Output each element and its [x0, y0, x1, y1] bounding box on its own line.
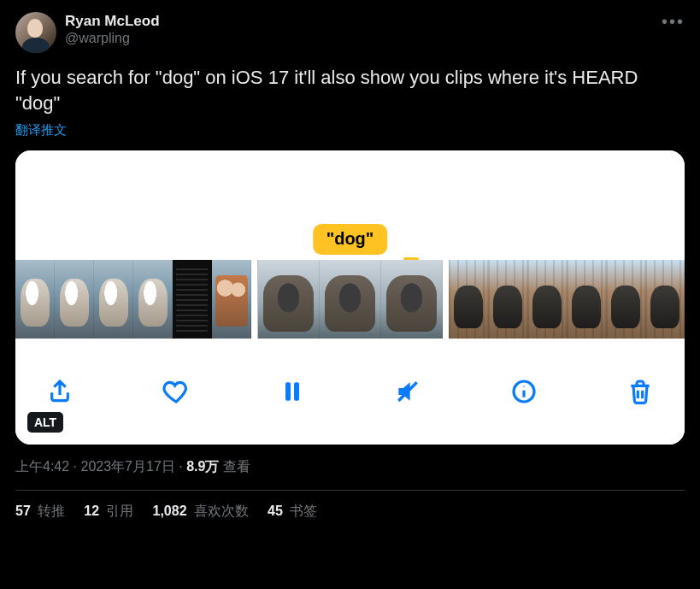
- heart-icon: [162, 378, 190, 405]
- video-scrubber[interactable]: [15, 260, 685, 339]
- trash-icon: [626, 378, 654, 405]
- thumbnail: [212, 260, 251, 339]
- media-toolbar: [15, 339, 685, 445]
- views-label: 查看: [219, 459, 250, 474]
- thumbnail: [567, 260, 606, 339]
- tweet-header: Ryan McLeod @warpling •••: [15, 12, 685, 53]
- tweet-stats: 57 转推 12 引用 1,082 喜欢次数 45 书签: [15, 503, 685, 521]
- tweet-container: Ryan McLeod @warpling ••• If you search …: [0, 0, 700, 529]
- delete-button[interactable]: [621, 373, 659, 410]
- thumbnail: [94, 260, 133, 339]
- clip-group-3: [449, 260, 685, 339]
- thumbnail: [258, 260, 320, 339]
- pause-icon: [279, 378, 306, 405]
- thumbnail: [527, 260, 567, 339]
- alt-badge[interactable]: ALT: [27, 412, 63, 433]
- svg-rect-0: [285, 383, 291, 401]
- share-icon: [46, 378, 74, 405]
- thumbnail: [55, 260, 94, 339]
- clip-group-1: [15, 260, 251, 339]
- svg-point-4: [523, 386, 525, 388]
- thumbnail: [488, 260, 527, 339]
- info-button[interactable]: [505, 373, 543, 410]
- clip-gap: [443, 260, 450, 339]
- thumbnail: [133, 260, 173, 339]
- svg-rect-1: [294, 383, 299, 401]
- like-button[interactable]: [157, 373, 195, 410]
- thumbnail: [449, 260, 488, 339]
- search-term-pill: "dog": [313, 224, 388, 255]
- views-count: 8.9万: [186, 459, 219, 474]
- date[interactable]: 2023年7月17日: [80, 459, 174, 474]
- tweet-meta: 上午4:42 · 2023年7月17日 · 8.9万 查看: [15, 458, 685, 476]
- display-name: Ryan McLeod: [65, 12, 160, 30]
- time[interactable]: 上午4:42: [15, 459, 69, 474]
- thumbnail: [606, 260, 645, 339]
- handle: @warpling: [65, 30, 160, 47]
- thumbnail: [320, 260, 381, 339]
- avatar[interactable]: [15, 12, 56, 53]
- likes-stat[interactable]: 1,082 喜欢次数: [153, 503, 250, 521]
- thumbnail: [15, 260, 55, 339]
- share-button[interactable]: [41, 373, 79, 410]
- media-card[interactable]: "dog": [15, 150, 685, 445]
- mute-button[interactable]: [389, 373, 426, 410]
- bookmarks-stat[interactable]: 45 书签: [268, 503, 317, 521]
- thumbnail: [381, 260, 443, 339]
- quotes-stat[interactable]: 12 引用: [84, 503, 133, 521]
- thumbnail: [645, 260, 685, 339]
- pause-button[interactable]: [274, 373, 311, 410]
- media-top: "dog": [15, 150, 685, 260]
- divider: [15, 490, 685, 491]
- tweet-text: If you search for "dog" on iOS 17 it'll …: [15, 65, 685, 115]
- author-block[interactable]: Ryan McLeod @warpling: [65, 12, 160, 47]
- more-button[interactable]: •••: [662, 12, 685, 32]
- speaker-mute-icon: [394, 378, 421, 405]
- info-icon: [510, 378, 538, 405]
- clip-group-2: [258, 260, 443, 339]
- translate-link[interactable]: 翻译推文: [15, 122, 685, 138]
- thumbnail: [173, 260, 212, 339]
- retweets-stat[interactable]: 57 转推: [15, 503, 65, 521]
- clip-gap: [251, 260, 258, 339]
